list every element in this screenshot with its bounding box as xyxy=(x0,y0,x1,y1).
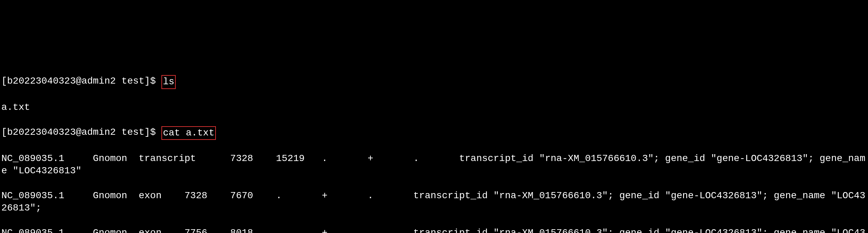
prompt: [b20223040323@admin2 test]$ xyxy=(1,127,161,137)
prompt-line-1: [b20223040323@admin2 test]$ ls xyxy=(1,75,867,89)
cat-output-line-2: NC_089035.1 Gnomon exon 7328 7670 . + . … xyxy=(1,190,867,215)
command-ls: ls xyxy=(161,75,176,89)
cat-output-line-1: NC_089035.1 Gnomon transcript 7328 15219… xyxy=(1,152,867,177)
cat-output-line-3: NC_089035.1 Gnomon exon 7756 8018 . + . … xyxy=(1,227,867,233)
prompt-line-2: [b20223040323@admin2 test]$ cat a.txt xyxy=(1,126,867,140)
ls-output: a.txt xyxy=(1,101,867,114)
terminal[interactable]: [b20223040323@admin2 test]$ ls a.txt [b2… xyxy=(0,62,868,233)
prompt: [b20223040323@admin2 test]$ xyxy=(1,76,161,86)
command-cat: cat a.txt xyxy=(161,126,216,140)
